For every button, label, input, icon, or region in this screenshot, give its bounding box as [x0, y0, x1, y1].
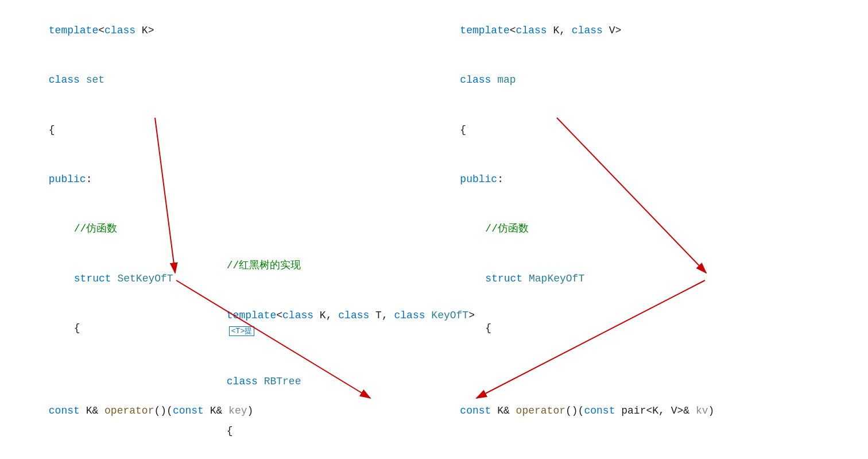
- line-r1: template<class K, class V>: [423, 6, 857, 55]
- line-r6: struct MapKeyOfT: [423, 254, 857, 303]
- code-container: template<class K> class set { public: //…: [0, 0, 868, 459]
- line-l3: {: [11, 105, 406, 155]
- line-r5: //仿函数: [423, 205, 857, 254]
- line-l1: template<class K>: [11, 6, 406, 55]
- line-b4: {: [189, 407, 475, 456]
- line-r9: {: [423, 436, 857, 459]
- line-r4: public:: [423, 155, 857, 204]
- line-r8: const K& operator()(const pair<K, V>& kv…: [423, 353, 857, 436]
- line-l2: class set: [11, 55, 406, 105]
- line-b1: //红黑树的实现: [189, 241, 475, 291]
- line-b3: class RBTree: [189, 357, 475, 406]
- line-r3: {: [423, 105, 857, 155]
- right-panel: template<class K, class V> class map { p…: [417, 6, 857, 453]
- line-r7: {: [423, 303, 857, 353]
- bottom-panel: //红黑树的实现 template<class K, class T, clas…: [189, 241, 475, 456]
- line-r2: class map: [423, 55, 857, 105]
- line-l4: public:: [11, 155, 406, 204]
- line-b2: template<class K, class T, class KeyOfT>…: [189, 291, 475, 357]
